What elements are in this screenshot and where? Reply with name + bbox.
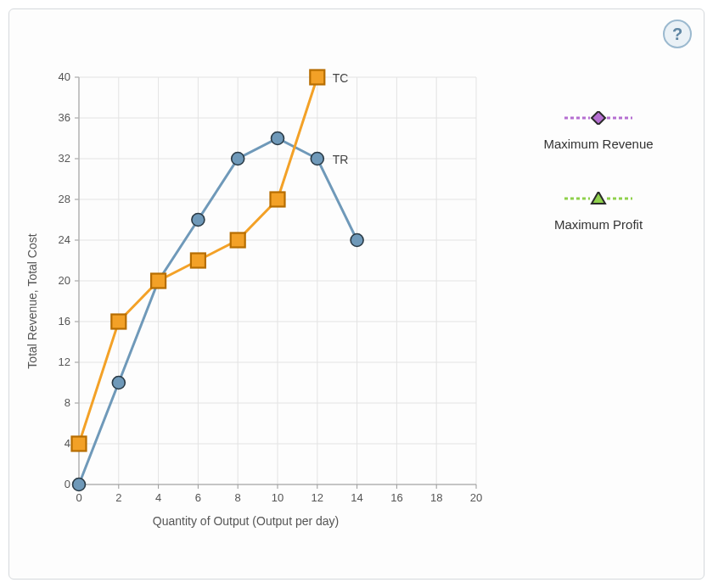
help-button[interactable]: ? [663,20,692,48]
legend-label-max-revenue: Maximum Revenue [543,137,653,151]
x-tick-label: 20 [470,491,482,504]
tc-point [72,437,87,451]
legend-item-max-profit[interactable]: Maximum Profit [554,192,643,232]
y-tick-label: 12 [59,356,70,368]
tc-point [151,274,166,288]
x-tick-label: 10 [272,491,284,504]
tc-point [111,315,126,329]
series-label-tr: TR [333,153,349,166]
y-tick-label: 28 [59,193,70,205]
x-tick-label: 4 [155,491,161,504]
legend-label-max-profit: Maximum Profit [554,217,643,232]
chart-svg: 048121620242832364002468101214161820Quan… [18,69,502,544]
y-tick-label: 8 [65,396,70,409]
tc-point [191,254,205,268]
y-tick-label: 20 [59,274,70,287]
tr-point [232,153,244,165]
tc-point [310,70,324,85]
x-tick-label: 6 [195,491,201,504]
help-icon: ? [672,25,682,44]
y-axis-label: Total Revenue, Total Cost [25,233,39,368]
triangle-icon [564,192,632,205]
tr-point [311,153,323,165]
x-tick-label: 8 [235,491,241,504]
tr-point [112,377,125,389]
x-tick-label: 18 [430,491,442,504]
x-tick-label: 14 [351,491,362,504]
tr-point [192,214,205,227]
series-label-tc: TC [333,71,349,85]
chart-panel: ? 048121620242832364002468101214161820Qu… [8,8,705,580]
diamond-icon [564,111,632,125]
legend: Maximum Revenue Maximum Profit [502,69,695,562]
y-tick-label: 0 [65,478,70,490]
tc-point [271,193,285,207]
x-axis-label: Quantity of Output (Output per day) [153,514,339,528]
tr-point [351,234,363,247]
y-tick-label: 36 [59,111,70,124]
svg-marker-2 [592,111,605,125]
x-tick-label: 12 [312,491,323,504]
y-tick-label: 40 [59,70,70,83]
x-tick-label: 0 [76,491,81,504]
tr-point [73,479,86,491]
x-tick-label: 2 [115,491,121,504]
y-tick-label: 32 [59,152,70,165]
y-tick-label: 16 [59,315,70,328]
y-tick-label: 4 [65,437,70,450]
series-tr-line [79,138,357,484]
tr-point [272,132,284,145]
x-tick-label: 16 [390,491,402,504]
tc-point [231,233,245,248]
chart-area: 048121620242832364002468101214161820Quan… [18,69,502,544]
legend-item-max-revenue[interactable]: Maximum Revenue [543,111,653,151]
y-tick-label: 24 [59,233,70,246]
panel-content: 048121620242832364002468101214161820Quan… [9,9,704,579]
svg-marker-5 [592,192,605,204]
